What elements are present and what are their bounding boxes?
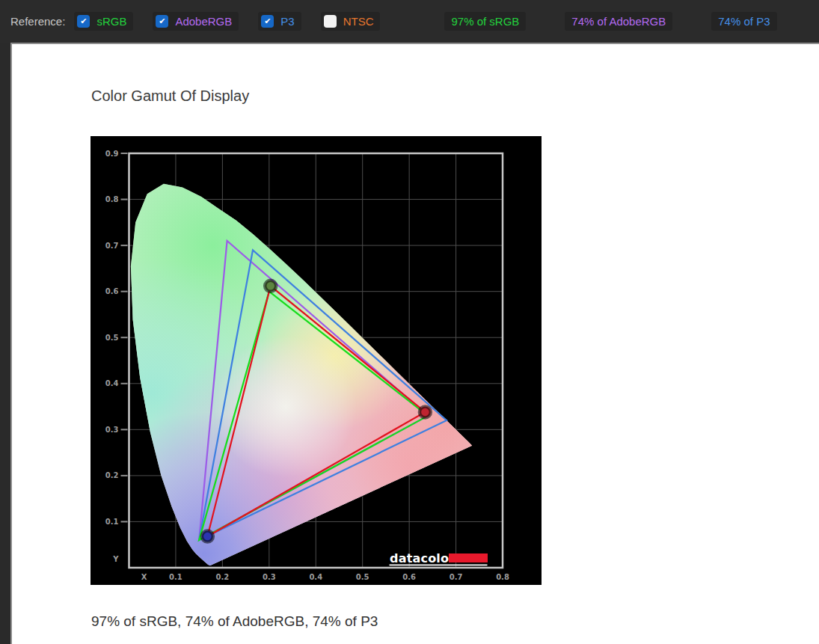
primary-marker-green: [265, 280, 276, 292]
coverage-p3: 74% of P3: [711, 12, 776, 31]
checkbox-adobergb[interactable]: ✔: [156, 15, 168, 28]
coverage-summary: 97% of sRGB74% of AdobeRGB74% of P3: [399, 12, 776, 31]
checkbox-ntsc[interactable]: ✔: [324, 15, 337, 28]
ref-option-srgb: ✔sRGB: [74, 12, 133, 31]
checkbox-p3[interactable]: ✔: [261, 15, 274, 28]
reference-name-adobergb: AdobeRGB: [175, 15, 232, 28]
gamut-chart: 0.10.20.30.40.50.60.70.80.90.10.20.30.40…: [91, 136, 542, 585]
svg-text:datacolor: datacolor: [390, 551, 455, 565]
reference-name-ntsc: NTSC: [343, 15, 374, 28]
svg-text:Y: Y: [112, 555, 119, 563]
svg-text:X: X: [141, 573, 147, 581]
coverage-adobergb: 74% of AdobeRGB: [565, 12, 672, 31]
svg-text:0.7: 0.7: [105, 242, 119, 250]
reference-name-srgb: sRGB: [96, 15, 126, 28]
primary-marker-red: [420, 406, 431, 417]
ref-option-adobergb: ✔AdobeRGB: [153, 12, 239, 31]
reference-label: Reference:: [10, 15, 65, 28]
svg-text:0.5: 0.5: [356, 573, 369, 581]
svg-text:0.9: 0.9: [105, 150, 119, 158]
app-root: Reference: ✔sRGB✔AdobeRGB✔P3✔NTSC 97% of…: [0, 0, 819, 644]
svg-text:0.7: 0.7: [450, 573, 463, 581]
svg-text:0.4: 0.4: [105, 379, 119, 387]
svg-text:0.1: 0.1: [105, 518, 119, 526]
ref-option-ntsc: ✔NTSC: [321, 12, 381, 31]
svg-text:0.6: 0.6: [105, 287, 119, 295]
svg-text:0.3: 0.3: [105, 426, 119, 434]
page-title: Color Gamut Of Display: [91, 88, 819, 105]
coverage-text: 97% of sRGB, 74% of AdobeRGB, 74% of P3: [91, 613, 819, 630]
svg-text:0.6: 0.6: [402, 573, 416, 581]
reference-name-p3: P3: [280, 15, 294, 28]
primary-marker-blue: [202, 531, 213, 542]
svg-text:0.8: 0.8: [496, 573, 509, 581]
svg-text:0.5: 0.5: [105, 334, 119, 342]
gamut-chart-svg: 0.10.20.30.40.50.60.70.80.90.10.20.30.40…: [91, 136, 542, 585]
ref-option-p3: ✔P3: [258, 12, 301, 31]
checkbox-srgb[interactable]: ✔: [77, 15, 90, 28]
coverage-srgb: 97% of sRGB: [444, 12, 526, 31]
svg-text:0.3: 0.3: [263, 573, 276, 581]
svg-text:0.4: 0.4: [309, 573, 322, 581]
svg-text:0.2: 0.2: [216, 573, 230, 581]
svg-text:0.2: 0.2: [105, 471, 119, 479]
reference-options: ✔sRGB✔AdobeRGB✔P3✔NTSC: [74, 12, 399, 31]
svg-text:0.1: 0.1: [169, 573, 182, 581]
reference-toolbar: Reference: ✔sRGB✔AdobeRGB✔P3✔NTSC 97% of…: [0, 0, 819, 43]
report-panel: Color Gamut Of Display 0.10.20.30.40.50.…: [10, 43, 819, 644]
svg-text:0.8: 0.8: [105, 195, 119, 203]
